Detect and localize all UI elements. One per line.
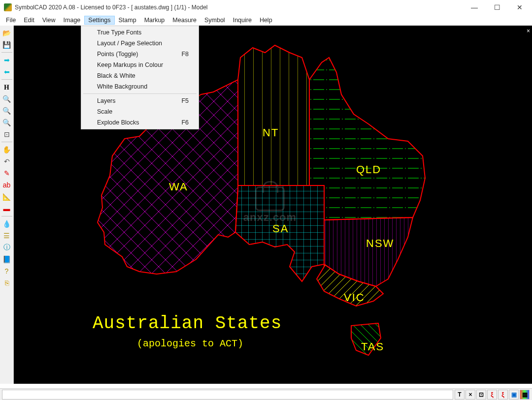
map-caption: Australian States bbox=[93, 313, 282, 334]
menuitem-keep-markups-in-colour[interactable]: Keep Markups in Colour bbox=[82, 60, 198, 70]
state-label-sa: SA bbox=[272, 222, 289, 235]
measure-icon[interactable]: 📐 bbox=[1, 191, 12, 202]
state-nt bbox=[238, 45, 309, 185]
toolbar-separator bbox=[1, 142, 12, 142]
pan-icon[interactable]: ✋ bbox=[1, 144, 12, 155]
book-icon[interactable]: 📘 bbox=[1, 254, 12, 265]
menuitem-true-type-fonts[interactable]: True Type Fonts bbox=[82, 27, 198, 38]
menu-edit[interactable]: Edit bbox=[20, 16, 38, 25]
open-icon[interactable]: 📂 bbox=[1, 28, 12, 38]
save-icon[interactable]: 💾 bbox=[1, 39, 12, 50]
menu-measure[interactable]: Measure bbox=[168, 16, 200, 25]
state-label-tas: TAS bbox=[361, 340, 384, 353]
menuitem-layers[interactable]: LayersF5 bbox=[82, 95, 198, 106]
state-label-qld: QLD bbox=[356, 163, 381, 176]
menu-help[interactable]: Help bbox=[256, 16, 276, 25]
status-button-6[interactable]: ▦ bbox=[520, 390, 530, 400]
menu-symbol[interactable]: Symbol bbox=[200, 16, 229, 25]
maximize-button[interactable]: ☐ bbox=[486, 0, 508, 15]
info-icon[interactable]: ⓘ bbox=[1, 242, 12, 253]
help-icon[interactable]: ? bbox=[1, 266, 12, 277]
pencil-icon[interactable]: ✎ bbox=[1, 168, 12, 179]
title-bar: SymbolCAD 2020 A.08 - Licensed to 0F23 -… bbox=[0, 0, 532, 15]
status-text-field bbox=[2, 390, 453, 400]
red-bar-icon[interactable]: ▬ bbox=[1, 203, 12, 214]
menuitem-white-background[interactable]: White Background bbox=[82, 81, 198, 92]
menu-markup[interactable]: Markup bbox=[140, 16, 169, 25]
menu-file[interactable]: File bbox=[2, 16, 20, 25]
menuitem-black-white[interactable]: Black & White bbox=[82, 70, 198, 81]
menuitem-scale[interactable]: Scale bbox=[82, 106, 198, 117]
menu-bar: FileEditViewImageSettingsStampMarkupMeas… bbox=[0, 15, 532, 26]
menu-separator bbox=[83, 93, 197, 94]
state-label-vic: VIC bbox=[344, 291, 365, 304]
undo-icon[interactable]: ↶ bbox=[1, 156, 12, 167]
drop-icon[interactable]: 💧 bbox=[1, 218, 12, 229]
map-subcaption: (apologies to ACT) bbox=[137, 338, 243, 349]
status-button-4[interactable]: ξ bbox=[498, 390, 508, 400]
status-button-0[interactable]: T bbox=[455, 390, 465, 400]
arrow-left-icon[interactable]: ⬅ bbox=[1, 66, 12, 77]
zoom-in-icon[interactable]: 🔍 bbox=[1, 105, 12, 116]
layers-icon[interactable]: ☰ bbox=[1, 230, 12, 241]
status-bar: T×⊡ξξ▣▦ bbox=[0, 388, 532, 400]
close-button[interactable]: ✕ bbox=[508, 0, 531, 15]
arrow-right-icon[interactable]: ➡ bbox=[1, 55, 12, 65]
shortcut-label: F5 bbox=[181, 97, 189, 104]
left-toolbar: 📂💾➡⬅𝐇🔍🔍🔍⊡✋↶✎ab📐▬💧☰ⓘ📘?⎘ bbox=[0, 26, 14, 384]
text-ab-icon[interactable]: ab bbox=[1, 180, 12, 190]
zoom-fit-icon[interactable]: ⊡ bbox=[1, 129, 12, 140]
state-label-nsw: NSW bbox=[366, 237, 394, 250]
menuitem-layout-page-selection[interactable]: Layout / Page Selection bbox=[82, 38, 198, 49]
toolbar-separator bbox=[1, 52, 12, 53]
menu-stamp[interactable]: Stamp bbox=[115, 16, 140, 25]
menu-image[interactable]: Image bbox=[60, 16, 85, 25]
menu-view[interactable]: View bbox=[38, 16, 60, 25]
toolbar-separator bbox=[1, 79, 12, 80]
settings-dropdown: True Type FontsLayout / Page SelectionPo… bbox=[81, 26, 199, 129]
status-button-3[interactable]: ξ bbox=[487, 390, 497, 400]
menuitem-points-toggle-[interactable]: Points (Toggle)F8 bbox=[82, 49, 198, 60]
status-button-5[interactable]: ▣ bbox=[509, 390, 519, 400]
menu-settings[interactable]: Settings bbox=[84, 16, 114, 25]
state-label-wa: WA bbox=[169, 181, 188, 193]
status-button-1[interactable]: × bbox=[466, 390, 475, 400]
app-icon bbox=[4, 3, 12, 11]
state-qld bbox=[309, 58, 425, 220]
toolbar-separator bbox=[1, 216, 12, 216]
exit-icon[interactable]: ⎘ bbox=[1, 277, 12, 288]
status-button-2[interactable]: ⊡ bbox=[476, 390, 486, 400]
shortcut-label: F8 bbox=[181, 51, 189, 58]
shortcut-label: F6 bbox=[181, 119, 189, 126]
state-label-nt: NT bbox=[263, 126, 279, 139]
zoom-icon[interactable]: 🔍 bbox=[1, 93, 12, 104]
zoom-out-icon[interactable]: 🔍 bbox=[1, 117, 12, 128]
menu-inquire[interactable]: Inquire bbox=[229, 16, 256, 25]
window-title: SymbolCAD 2020 A.08 - Licensed to 0F23 -… bbox=[15, 4, 463, 11]
menuitem-explode-blocks[interactable]: Explode BlocksF6 bbox=[82, 117, 198, 128]
text-tool-icon[interactable]: 𝐇 bbox=[1, 82, 12, 92]
minimize-button[interactable]: — bbox=[463, 0, 486, 15]
watermark: anxz.com bbox=[221, 183, 319, 227]
